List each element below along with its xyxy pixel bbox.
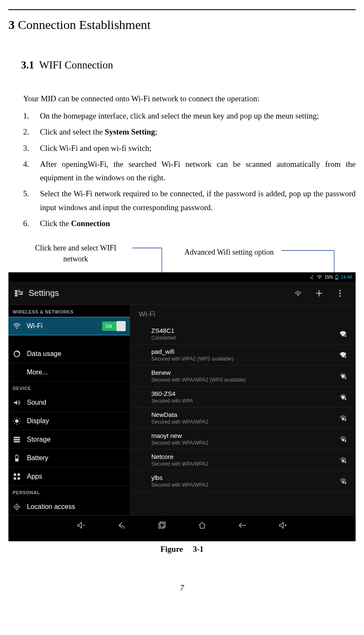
settings-sidebar[interactable]: WIRELESS & NETWORKS Wi-Fi ON Data usage … — [8, 305, 130, 515]
svg-rect-7 — [335, 278, 338, 279]
step-text: After openingWi-Fi, the searched Wi-Fi n… — [40, 158, 356, 185]
sidebar-item-battery[interactable]: Battery — [8, 449, 130, 467]
overflow-menu-button[interactable] — [330, 289, 351, 298]
network-name: ZS48C1 — [151, 327, 339, 334]
step-item: 1. On the homepage interface, click and … — [23, 109, 356, 123]
step-item: 3. Click Wi-Fi and open wi-fi switch; — [23, 142, 356, 155]
step-text: On the homepage interface, click and sel… — [40, 109, 356, 123]
category-device: DEVICE — [8, 382, 130, 393]
data-usage-icon — [13, 350, 21, 358]
step-text: Click and select the System Setting; — [40, 125, 356, 139]
network-status: Secured with WPA2 (WPS available) — [151, 356, 339, 362]
svg-rect-41 — [18, 477, 20, 480]
step-number: 4. — [23, 158, 40, 185]
system-nav-bar — [8, 515, 356, 535]
status-bar: 15% 14:48 — [8, 272, 356, 282]
sound-icon — [13, 398, 21, 407]
wifi-network-item[interactable]: NetcoreSecured with WPA/WPA2 — [130, 450, 356, 471]
svg-point-4 — [319, 278, 320, 279]
svg-rect-54 — [345, 440, 346, 442]
switch-label: ON — [106, 324, 112, 329]
svg-rect-38 — [14, 473, 16, 476]
wifi-network-item[interactable]: 360-ZS4Secured with WPA — [130, 387, 356, 408]
wifi-network-item[interactable]: ylbsSecured with WPA/WPA2 — [130, 471, 356, 492]
step-number: 6. — [23, 217, 40, 230]
sidebar-item-storage[interactable]: Storage — [8, 430, 130, 449]
scan-button[interactable] — [288, 289, 309, 298]
sidebar-item-wifi[interactable]: Wi-Fi ON — [8, 317, 130, 335]
step-item: 5. Select the Wi-Fi network required to … — [23, 187, 356, 214]
svg-line-29 — [19, 423, 20, 424]
location-icon — [13, 503, 21, 511]
svg-rect-40 — [14, 477, 16, 480]
svg-rect-58 — [159, 523, 164, 528]
wifi-signal-icon — [339, 478, 347, 485]
network-name: pad_wifi — [151, 348, 339, 355]
storage-icon — [13, 435, 21, 444]
svg-point-15 — [298, 294, 299, 295]
switch-knob — [116, 321, 126, 331]
sidebar-item-location[interactable]: Location access — [8, 498, 130, 515]
network-name: NewData — [151, 411, 339, 418]
svg-rect-55 — [345, 461, 346, 463]
page-number: 7 — [8, 583, 356, 593]
chapter-title: Connection Establishment — [18, 18, 151, 32]
svg-line-28 — [14, 418, 15, 419]
sidebar-item-label: Battery — [27, 454, 126, 462]
nav-home-button[interactable] — [194, 519, 211, 532]
figure-caption: Figure 3-1 — [8, 545, 356, 554]
nav-back-button[interactable] — [113, 519, 130, 532]
steps-list: 1. On the homepage interface, click and … — [23, 109, 356, 230]
bluetooth-icon — [310, 274, 314, 279]
section-heading: 3.1 WIFI Connection — [21, 59, 356, 71]
wifi-network-list[interactable]: Wi-Fi ZS48C1Connected pad_wifiSecured wi… — [130, 305, 356, 515]
sidebar-item-more[interactable]: More... — [8, 363, 130, 382]
wifi-icon — [13, 322, 21, 330]
chapter-heading: 3 Connection Establishment — [8, 18, 356, 32]
svg-point-43 — [16, 506, 17, 507]
battery-icon — [13, 454, 21, 462]
wifi-network-item[interactable]: BenewSecured with WPA/WPA2 (WPS availabl… — [130, 366, 356, 387]
wifi-signal-icon — [339, 373, 347, 379]
sidebar-item-display[interactable]: Display — [8, 412, 130, 430]
svg-point-20 — [340, 295, 341, 297]
svg-rect-14 — [21, 292, 22, 294]
network-name: maoyt new — [151, 432, 339, 439]
apps-icon — [13, 472, 21, 481]
network-name: Benew — [151, 369, 339, 376]
step-number: 2. — [23, 125, 40, 139]
svg-rect-8 — [15, 290, 18, 292]
wifi-network-item[interactable]: pad_wifiSecured with WPA2 (WPS available… — [130, 345, 356, 366]
sidebar-item-apps[interactable]: Apps — [8, 467, 130, 486]
nav-recent-button[interactable] — [153, 519, 170, 532]
intro-paragraph: Your MID can be connected onto Wi-Fi net… — [23, 94, 356, 103]
sidebar-item-data-usage[interactable]: Data usage — [8, 345, 130, 363]
step-item: 2. Click and select the System Setting; — [23, 125, 356, 139]
wifi-toggle[interactable]: ON — [102, 321, 126, 331]
wifi-icon — [317, 275, 322, 279]
step-text: Click Wi-Fi and open wi-fi switch; — [40, 142, 356, 155]
svg-rect-9 — [15, 292, 18, 294]
svg-point-18 — [340, 290, 341, 291]
network-status: Connected — [151, 335, 339, 341]
svg-rect-50 — [345, 356, 346, 358]
svg-rect-32 — [14, 437, 20, 438]
step-number: 3. — [23, 142, 40, 155]
svg-point-19 — [340, 292, 341, 294]
category-wireless: WIRELESS & NETWORKS — [8, 305, 130, 317]
nav-volume-down-button[interactable] — [73, 519, 90, 532]
network-name: Netcore — [151, 453, 339, 460]
wifi-network-item[interactable]: NewDataSecured with WPA/WPA2 — [130, 408, 356, 429]
svg-rect-34 — [14, 441, 20, 442]
wifi-network-item[interactable]: ZS48C1Connected — [130, 324, 356, 345]
nav-previous-button[interactable] — [234, 519, 251, 532]
sidebar-item-sound[interactable]: Sound — [8, 393, 130, 412]
svg-rect-36 — [16, 455, 17, 456]
network-status: Secured with WPA/WPA2 (WPS available) — [151, 377, 339, 383]
nav-volume-up-button[interactable] — [274, 519, 291, 532]
add-network-button[interactable] — [309, 289, 330, 298]
wifi-network-item[interactable]: maoyt newSecured with WPA/WPA2 — [130, 429, 356, 450]
action-bar-title: Settings — [29, 288, 288, 298]
sidebar-item-label: Wi-Fi — [27, 322, 102, 330]
callout-wifi-select: Click here and select WIFI network — [25, 243, 126, 264]
